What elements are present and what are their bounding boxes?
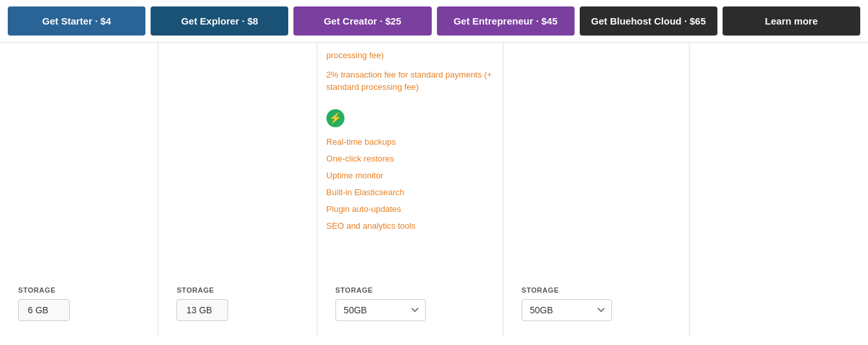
feature-seo-analytics: SEO and analytics tools — [326, 218, 494, 235]
starter-storage-value: 6 GB — [18, 299, 70, 321]
explorer-storage-value: 13 GB — [176, 299, 228, 321]
feature-plugin-autoupdates: Plugin auto-updates — [326, 201, 494, 218]
starter-storage-label: STORAGE — [18, 286, 140, 294]
learn-more-button[interactable]: Learn more — [723, 6, 860, 36]
feature-realtime-backups: Real-time backups — [326, 134, 494, 151]
pricing-columns: STORAGE 6 GB STORAGE 13 GB processing fe… — [0, 43, 868, 337]
feature-oneclick-restores: One-click restores — [326, 151, 494, 167]
creator-storage-label: STORAGE — [335, 286, 485, 294]
get-creator-button[interactable]: Get Creator · $25 — [293, 6, 431, 36]
creator-column: processing fee) 2% transaction fee for s… — [317, 43, 503, 337]
explorer-storage-section: STORAGE 13 GB — [167, 277, 307, 330]
feature-elasticsearch: Built-in Elasticsearch — [326, 184, 494, 201]
starter-column: STORAGE 6 GB — [0, 43, 158, 337]
get-explorer-button[interactable]: Get Explorer · $8 — [151, 6, 288, 36]
cloud-column — [690, 43, 868, 337]
starter-storage-section: STORAGE 6 GB — [9, 277, 149, 330]
creator-fee1-text: processing fee) — [326, 49, 494, 62]
creator-storage-section: STORAGE 50GB 100GB 200GB — [326, 277, 494, 330]
creator-bolt-wrap: ⚡ — [326, 109, 494, 127]
get-starter-button[interactable]: Get Starter · $4 — [8, 6, 145, 36]
entrepreneur-storage-label: STORAGE — [522, 286, 671, 294]
creator-fee2-text: 2% transaction fee for standard payments… — [326, 68, 494, 94]
plan-buttons-bar: Get Starter · $4 Get Explorer · $8 Get C… — [0, 0, 868, 43]
feature-uptime-monitor: Uptime monitor — [326, 167, 494, 184]
entrepreneur-storage-select[interactable]: 50GB 100GB 200GB — [522, 299, 612, 321]
entrepreneur-column: STORAGE 50GB 100GB 200GB — [503, 43, 690, 337]
get-entrepreneur-button[interactable]: Get Entrepreneur · $45 — [437, 6, 575, 36]
creator-storage-select[interactable]: 50GB 100GB 200GB — [335, 299, 426, 321]
explorer-storage-label: STORAGE — [176, 286, 298, 294]
entrepreneur-storage-section: STORAGE 50GB 100GB 200GB — [513, 277, 680, 330]
creator-feature-list: Real-time backups One-click restores Upt… — [326, 134, 494, 235]
get-cloud-button[interactable]: Get Bluehost Cloud · $65 — [580, 6, 717, 36]
explorer-column: STORAGE 13 GB — [158, 43, 317, 337]
bolt-icon: ⚡ — [326, 109, 344, 127]
